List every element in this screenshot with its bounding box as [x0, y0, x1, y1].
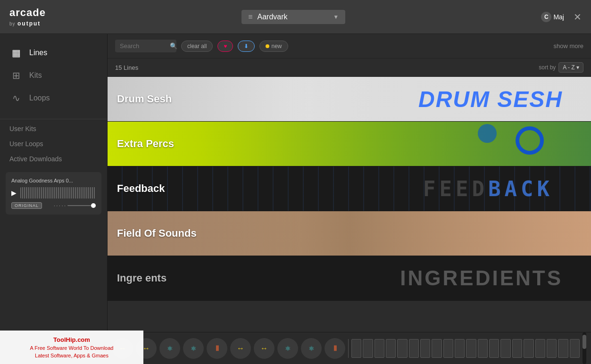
speed-slider[interactable] [67, 205, 96, 206]
track-cell-2[interactable] [363, 339, 373, 358]
track-cell-13[interactable] [489, 339, 499, 358]
track-cell-19[interactable] [558, 339, 568, 358]
line-item-ingredients[interactable]: INGREDIENTS Ingre ents [108, 256, 591, 301]
bottom-transport: ↔ ↔ ⚛ ⚛ ⫴ ↔ ↔ ⚛ ⚛ ⫴ [108, 332, 591, 364]
heart-icon: ♥ [224, 43, 227, 50]
sort-by-label: sort by [539, 64, 556, 71]
line-item-label-ingredients: Ingre ents [117, 272, 166, 284]
line-item-field-of-sounds[interactable]: Field Of Sounds [108, 211, 591, 256]
track-cell-10[interactable] [455, 339, 465, 358]
track-cell-11[interactable] [466, 339, 476, 358]
sort-button[interactable]: A - Z ▾ [558, 62, 583, 73]
clear-all-button[interactable]: clear all [181, 41, 213, 52]
track-cell-6[interactable] [409, 339, 419, 358]
track-cell-12[interactable] [478, 339, 488, 358]
watermark-line2: Latest Software, Apps & Gmaes [6, 353, 138, 358]
line-item-drum-sesh[interactable]: DRUM SESH Drum Sesh [108, 77, 591, 122]
watermark: ToolHip.com A Free Software World To Dow… [0, 331, 143, 364]
logo-by: by [9, 21, 16, 26]
show-more-button[interactable]: show more [553, 42, 583, 50]
sidebar-item-kits[interactable]: ⊞ Kits [0, 64, 107, 87]
transport-btn-bars-left[interactable]: ⫴ [207, 338, 227, 359]
speed-dots: · · · · · [54, 203, 66, 208]
play-button[interactable]: ▶ [11, 189, 17, 197]
line-item-label-feedback: Feedback [117, 182, 165, 195]
ingredients-bg: INGREDIENTS [108, 256, 591, 300]
player-title: Analog Goodness Arps 0... [11, 178, 96, 183]
new-dot-icon [266, 44, 269, 48]
speed-control[interactable]: · · · · · [54, 203, 96, 208]
chevron-down-icon: ▾ [576, 64, 579, 71]
preset-dropdown[interactable]: ≡ Aardvark ▼ [241, 10, 345, 24]
sidebar-item-lines[interactable]: ▦ Lines [0, 41, 107, 64]
kits-icon: ⊞ [9, 70, 23, 81]
toolbar: 🔍 clear all ♥ ⬇ new show more [108, 34, 591, 58]
lines-header: 15 Lines sort by A - Z ▾ [108, 58, 591, 77]
track-cell-20[interactable] [570, 339, 580, 358]
logo-arcade: arcade [9, 7, 46, 19]
track-cell-16[interactable] [524, 339, 533, 358]
transport-btn-arrows-mid2[interactable]: ↔ [254, 338, 275, 359]
chevron-down-icon: ▼ [333, 14, 339, 20]
line-item-feedback[interactable]: FEEDBACK Feedback [108, 166, 591, 211]
lines-count: 15 Lines [115, 64, 138, 71]
main-layout: ▦ Lines ⊞ Kits ∿ Loops User Kits User Lo… [0, 34, 591, 364]
line-item-label-extra-percs: Extra Percs [117, 138, 174, 150]
waveform [20, 187, 96, 199]
feedback-bg: FEEDBACK [108, 166, 591, 211]
search-icon: 🔍 [170, 42, 177, 50]
original-badge: ORIGINAL [11, 202, 42, 209]
watermark-url: ToolHip.com [6, 336, 138, 343]
line-item-extra-percs[interactable]: Extra Percs [108, 122, 591, 166]
dropdown-value: Aardvark [258, 13, 329, 21]
lines-icon: ▦ [9, 47, 23, 58]
close-button[interactable]: ✕ [574, 11, 582, 23]
track-cell-14[interactable] [500, 339, 510, 358]
transport-btn-dna-right2[interactable]: ⚛ [301, 338, 322, 359]
transport-btn-bars-right[interactable]: ⫴ [325, 338, 345, 359]
track-cell-7[interactable] [420, 339, 430, 358]
extra-percs-art [202, 122, 591, 166]
speed-slider-thumb [91, 203, 96, 208]
transport-btn-dna-left[interactable]: ⚛ [159, 338, 180, 359]
drum-sesh-art-text: DRUM SESH [418, 86, 563, 112]
new-filter-button[interactable]: new [259, 41, 288, 52]
loops-icon: ∿ [9, 92, 23, 104]
favorites-filter-button[interactable]: ♥ [217, 41, 233, 52]
ingredients-art-text: INGREDIENTS [400, 266, 563, 290]
sidebar-item-loops[interactable]: ∿ Loops [0, 87, 107, 109]
track-cell-18[interactable] [547, 339, 557, 358]
sidebar-link-user-loops[interactable]: User Loops [0, 136, 107, 151]
key-letter: C [541, 12, 551, 22]
track-cell-17[interactable] [535, 339, 545, 358]
transport-btn-dna-right[interactable]: ⚛ [277, 338, 298, 359]
scrollbar[interactable] [583, 332, 586, 364]
logo-output: output [17, 20, 41, 27]
sidebar-link-active-downloads[interactable]: Active Downloads [0, 151, 107, 166]
search-box[interactable]: 🔍 [115, 40, 176, 52]
track-cell-15[interactable] [512, 339, 522, 358]
logo: arcade by output [9, 7, 46, 27]
track-cell-5[interactable] [397, 339, 407, 358]
player-controls: ▶ [11, 187, 96, 199]
drum-sesh-art: DRUM SESH [277, 77, 591, 121]
sidebar-link-user-kits[interactable]: User Kits [0, 121, 107, 136]
download-filter-button[interactable]: ⬇ [238, 41, 255, 52]
transport-btn-dna-left2[interactable]: ⚛ [183, 338, 204, 359]
player-footer: ORIGINAL · · · · · [11, 202, 96, 209]
track-cell-1[interactable] [351, 339, 361, 358]
top-bar: arcade by output ≡ Aardvark ▼ C Maj ✕ [0, 0, 591, 34]
sidebar-label-kits: Kits [29, 71, 42, 80]
key-indicator[interactable]: C Maj [541, 12, 564, 22]
lines-list: DRUM SESH Drum Sesh Extra Percs FEE [108, 77, 591, 332]
watermark-line1: A Free Software World To Download [6, 345, 138, 351]
track-cell-3[interactable] [375, 339, 384, 358]
track-cell-8[interactable] [432, 339, 441, 358]
search-input[interactable] [120, 42, 167, 50]
track-cell-4[interactable] [386, 339, 396, 358]
track-cell-9[interactable] [443, 339, 453, 358]
sort-area: sort by A - Z ▾ [539, 62, 583, 73]
scrollbar-thumb[interactable] [583, 335, 586, 349]
transport-btn-arrows-mid1[interactable]: ↔ [230, 338, 251, 359]
sidebar-label-loops: Loops [29, 94, 50, 102]
